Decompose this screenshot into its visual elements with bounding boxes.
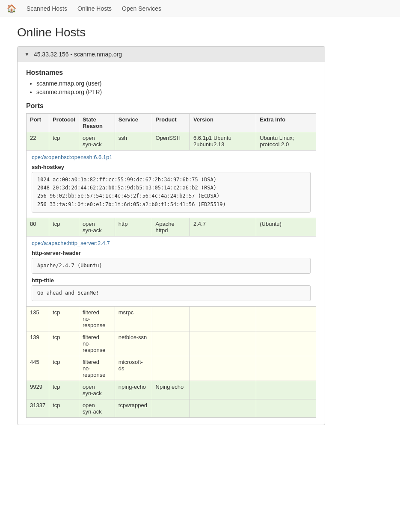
list-item: scanme.nmap.org (user) <box>36 80 316 87</box>
table-cell: filteredno-response <box>79 356 115 381</box>
table-row: 80tcpopensyn-ackhttpApache httpd2.4.7(Ub… <box>27 218 316 236</box>
table-cell: filteredno-response <box>79 331 115 356</box>
table-cell: tcpwrapped <box>115 399 152 418</box>
table-cell: msrpc <box>115 307 152 331</box>
cpe-link[interactable]: cpe:/a:openbsd:openssh:6.6.1p1 <box>32 154 113 160</box>
table-cell: 139 <box>27 331 49 356</box>
script-row: cpe:/a:openbsd:openssh:6.6.1p1ssh-hostke… <box>27 151 316 218</box>
table-cell: netbios-ssn <box>115 331 152 356</box>
navigation: 🏠 Scanned Hosts Online Hosts Open Servic… <box>0 0 400 17</box>
table-cell: filteredno-response <box>79 307 115 331</box>
nav-open-services[interactable]: Open Services <box>122 5 161 12</box>
col-product: Product <box>152 114 190 132</box>
script-label: http-server-header <box>32 250 311 256</box>
cpe-link[interactable]: cpe:/a:apache:http_server:2.4.7 <box>32 240 110 246</box>
col-extra: Extra Info <box>256 114 316 132</box>
table-row: 135tcpfilteredno-responsemsrpc <box>27 307 316 331</box>
table-cell: tcp <box>49 331 79 356</box>
script-label: http-title <box>32 277 311 284</box>
script-cell: cpe:/a:openbsd:openssh:6.6.1p1ssh-hostke… <box>27 151 316 218</box>
table-cell: opensyn-ack <box>79 218 115 236</box>
home-icon[interactable]: 🏠 <box>7 4 16 13</box>
script-row: cpe:/a:apache:http_server:2.4.7http-serv… <box>27 236 316 306</box>
table-cell: 31337 <box>27 399 49 418</box>
host-card: ▼ 45.33.32.156 - scanme.nmap.org Hostnam… <box>17 46 325 425</box>
table-cell: opensyn-ack <box>79 399 115 418</box>
table-cell: opensyn-ack <box>79 381 115 399</box>
table-cell: tcp <box>49 399 79 418</box>
table-cell: OpenSSH <box>152 132 190 151</box>
table-cell: 9929 <box>27 381 49 399</box>
col-state: StateReason <box>79 114 115 132</box>
table-row: 22tcpopensyn-acksshOpenSSH6.6.1p1 Ubuntu… <box>27 132 316 151</box>
main-content: Online Hosts ▼ 45.33.32.156 - scanme.nma… <box>0 17 400 434</box>
table-cell <box>190 381 256 399</box>
table-row: 9929tcpopensyn-acknping-echoNping echo <box>27 381 316 399</box>
table-cell: opensyn-ack <box>79 132 115 151</box>
table-cell <box>256 307 316 331</box>
hostname-list: scanme.nmap.org (user) scanme.nmap.org (… <box>26 80 316 95</box>
table-cell <box>190 399 256 418</box>
table-cell <box>190 307 256 331</box>
host-label: 45.33.32.156 - scanme.nmap.org <box>34 51 122 58</box>
col-service: Service <box>115 114 152 132</box>
table-cell: nping-echo <box>115 381 152 399</box>
table-cell: tcp <box>49 307 79 331</box>
table-cell <box>256 356 316 381</box>
script-content: Go ahead and ScanMe! <box>32 285 311 301</box>
host-header[interactable]: ▼ 45.33.32.156 - scanme.nmap.org <box>18 47 325 62</box>
table-cell <box>256 381 316 399</box>
table-cell: tcp <box>49 356 79 381</box>
col-version: Version <box>190 114 256 132</box>
col-protocol: Protocol <box>49 114 79 132</box>
table-cell <box>190 331 256 356</box>
table-cell: 135 <box>27 307 49 331</box>
page-title: Online Hosts <box>17 26 383 39</box>
hostnames-title: Hostnames <box>26 69 316 77</box>
nav-scanned-hosts[interactable]: Scanned Hosts <box>27 5 67 12</box>
ports-title: Ports <box>26 102 316 110</box>
script-label: ssh-hostkey <box>32 164 311 170</box>
chevron-down-icon: ▼ <box>24 51 30 57</box>
table-row: 445tcpfilteredno-responsemicrosoft-ds <box>27 356 316 381</box>
table-cell: tcp <box>49 132 79 151</box>
table-cell <box>152 399 190 418</box>
table-cell: Apache httpd <box>152 218 190 236</box>
table-cell: 445 <box>27 356 49 381</box>
nav-online-hosts[interactable]: Online Hosts <box>77 5 112 12</box>
table-cell <box>190 356 256 381</box>
table-cell: (Ubuntu) <box>256 218 316 236</box>
table-row: 139tcpfilteredno-responsenetbios-ssn <box>27 331 316 356</box>
table-cell <box>256 399 316 418</box>
col-port: Port <box>27 114 49 132</box>
ports-table: Port Protocol StateReason Service Produc… <box>26 113 316 418</box>
host-body: Hostnames scanme.nmap.org (user) scanme.… <box>18 62 325 425</box>
table-cell: 2.4.7 <box>190 218 256 236</box>
table-cell: ssh <box>115 132 152 151</box>
table-cell <box>152 331 190 356</box>
table-cell: 80 <box>27 218 49 236</box>
list-item: scanme.nmap.org (PTR) <box>36 89 316 95</box>
table-cell: tcp <box>49 218 79 236</box>
table-cell: microsoft-ds <box>115 356 152 381</box>
script-cell: cpe:/a:apache:http_server:2.4.7http-serv… <box>27 236 316 306</box>
table-cell <box>152 307 190 331</box>
script-content: 1024 ac:00:a0:1a:82:ff:cc:55:99:dc:67:2b… <box>32 172 311 213</box>
table-cell <box>256 331 316 356</box>
table-cell: http <box>115 218 152 236</box>
table-cell: 22 <box>27 132 49 151</box>
table-cell: tcp <box>49 381 79 399</box>
script-content: Apache/2.4.7 (Ubuntu) <box>32 258 311 274</box>
table-row: 31337tcpopensyn-acktcpwrapped <box>27 399 316 418</box>
table-cell: Nping echo <box>152 381 190 399</box>
table-cell: Ubuntu Linux; protocol 2.0 <box>256 132 316 151</box>
table-cell <box>152 356 190 381</box>
table-cell: 6.6.1p1 Ubuntu 2ubuntu2.13 <box>190 132 256 151</box>
table-header-row: Port Protocol StateReason Service Produc… <box>27 114 316 132</box>
